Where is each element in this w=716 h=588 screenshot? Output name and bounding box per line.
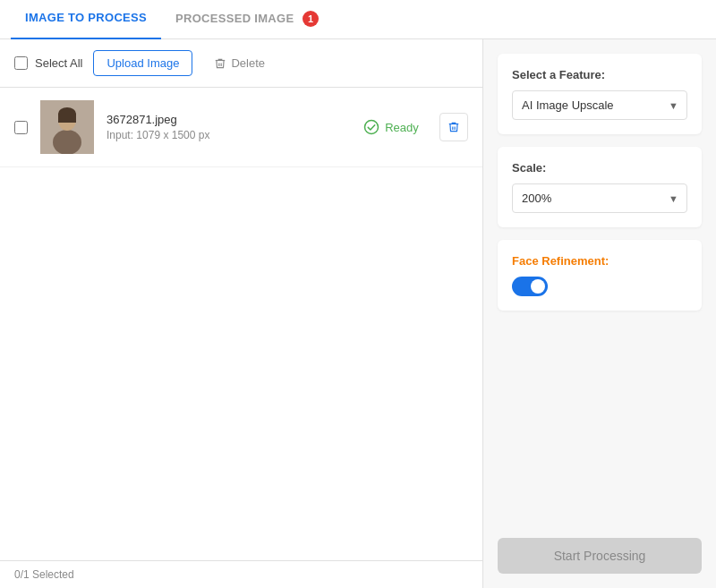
- left-panel: Select All Upload Image Delete: [0, 39, 483, 588]
- scale-select-wrapper: 100% 200% 400% ▼: [512, 183, 687, 213]
- tab-processed-image-label: PROCESSED IMAGE: [175, 12, 294, 25]
- svg-point-5: [365, 121, 379, 134]
- check-circle-icon: [363, 119, 379, 135]
- selection-status: 0/1 Selected: [14, 568, 74, 581]
- trash-icon: [214, 57, 226, 70]
- table-row: 3672871.jpeg Input: 1079 x 1500 px Ready: [0, 88, 482, 167]
- right-panel: Select a Feature: AI Image Upscale ▼ Sca…: [483, 39, 716, 588]
- trash-item-icon: [448, 121, 460, 133]
- select-all-checkbox[interactable]: [14, 56, 28, 70]
- image-info: 3672871.jpeg Input: 1079 x 1500 px: [107, 113, 343, 141]
- tab-image-to-process[interactable]: IMAGE TO PROCESS: [11, 0, 161, 39]
- toolbar: Select All Upload Image Delete: [0, 39, 482, 88]
- delete-button[interactable]: Delete: [203, 51, 276, 75]
- start-processing-button[interactable]: Start Processing: [498, 538, 702, 574]
- tab-bar: IMAGE TO PROCESS PROCESSED IMAGE 1: [0, 0, 716, 39]
- feature-select-wrapper: AI Image Upscale ▼: [512, 90, 687, 120]
- person-silhouette: [40, 100, 94, 154]
- feature-select[interactable]: AI Image Upscale: [512, 90, 687, 120]
- feature-card: Select a Feature: AI Image Upscale ▼: [498, 54, 702, 134]
- delete-label: Delete: [231, 56, 265, 70]
- face-refinement-label: Face Refinement:: [512, 254, 687, 268]
- status-bar: 0/1 Selected: [0, 560, 482, 588]
- status-text: Ready: [385, 121, 419, 134]
- image-name: 3672871.jpeg: [107, 113, 343, 126]
- upload-image-button[interactable]: Upload Image: [93, 50, 192, 76]
- status-badge: Ready: [355, 119, 427, 135]
- image-list: 3672871.jpeg Input: 1079 x 1500 px Ready: [0, 88, 482, 560]
- scale-card: Scale: 100% 200% 400% ▼: [498, 147, 702, 227]
- select-all-text: Select All: [35, 56, 82, 70]
- content-area: Select All Upload Image Delete: [0, 39, 716, 588]
- processed-image-badge: 1: [303, 11, 319, 27]
- tab-processed-image[interactable]: PROCESSED IMAGE 1: [161, 0, 333, 39]
- svg-point-1: [53, 130, 81, 154]
- scale-label: Scale:: [512, 161, 687, 175]
- svg-rect-4: [58, 114, 76, 123]
- image-dims: Input: 1079 x 1500 px: [107, 129, 343, 141]
- face-refinement-card: Face Refinement:: [498, 240, 702, 311]
- face-refinement-toggle[interactable]: [512, 277, 548, 296]
- image-thumbnail: [40, 100, 94, 154]
- tab-image-to-process-label: IMAGE TO PROCESS: [25, 11, 147, 24]
- select-all-label[interactable]: Select All: [14, 56, 82, 70]
- spacer: [498, 323, 702, 525]
- toggle-slider: [512, 277, 548, 296]
- item-checkbox[interactable]: [14, 121, 28, 134]
- delete-item-button[interactable]: [439, 113, 468, 141]
- scale-select[interactable]: 100% 200% 400%: [512, 183, 687, 213]
- feature-label: Select a Feature:: [512, 68, 687, 81]
- app-container: IMAGE TO PROCESS PROCESSED IMAGE 1 Selec…: [0, 0, 716, 588]
